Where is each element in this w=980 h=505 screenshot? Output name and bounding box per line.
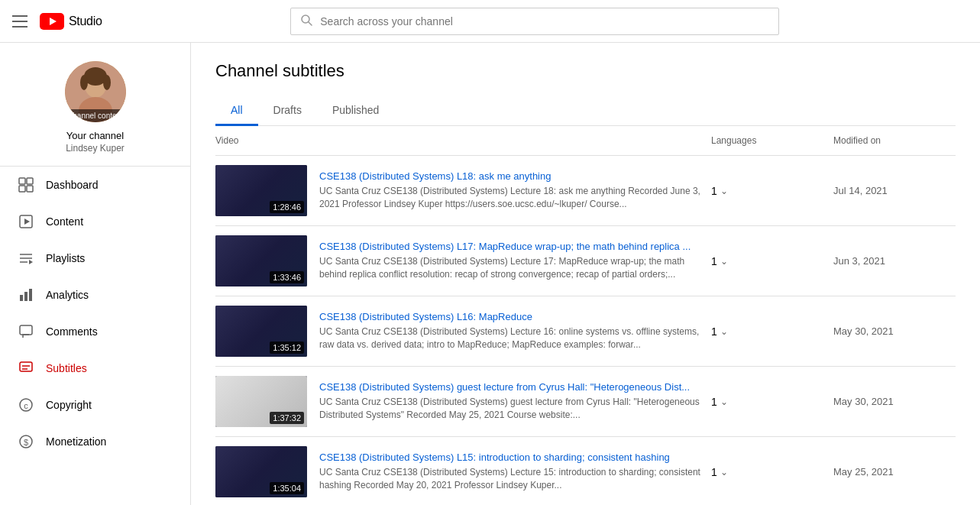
table-body: 1:28:46 CSE138 (Distributed Systems) L18… [215, 156, 956, 505]
video-desc-0: UC Santa Cruz CSE138 (Distributed System… [319, 185, 711, 211]
svg-line-3 [309, 22, 312, 25]
thumb-duration-2: 1:35:12 [270, 342, 304, 354]
subtitles-icon [18, 361, 34, 376]
lang-dropdown-3[interactable]: 1 ⌄ [711, 396, 728, 408]
sidebar-item-content[interactable]: Content [0, 203, 190, 240]
video-info-1: CSE138 (Distributed Systems) L17: MapRed… [319, 241, 711, 281]
thumb-duration-1: 1:33:46 [270, 271, 304, 283]
modified-cell-4: May 25, 2021 [833, 466, 956, 477]
col-header-languages: Languages [711, 135, 833, 146]
svg-point-9 [80, 75, 88, 90]
video-desc-3: UC Santa Cruz CSE138 (Distributed System… [319, 396, 711, 422]
lang-dropdown-4[interactable]: 1 ⌄ [711, 466, 728, 478]
thumb-duration-0: 1:28:46 [270, 201, 304, 213]
page-title: Channel subtitles [215, 61, 956, 81]
sidebar-item-content-label: Content [46, 215, 83, 228]
tab-drafts[interactable]: Drafts [258, 96, 317, 126]
lang-count-4: 1 [711, 466, 717, 478]
channel-content-badge: Channel content [65, 109, 126, 122]
sidebar-item-dashboard-label: Dashboard [46, 179, 99, 191]
video-cell: 1:35:12 CSE138 (Distributed Systems) L16… [215, 306, 711, 357]
sidebar-item-analytics-label: Analytics [46, 289, 89, 301]
sidebar-item-comments-label: Comments [46, 325, 98, 338]
channel-name: Your channel [66, 130, 124, 141]
sidebar-item-playlists[interactable]: Playlists [0, 240, 190, 277]
svg-point-10 [103, 75, 111, 90]
top-header: Studio [0, 0, 980, 43]
sidebar-item-playlists-label: Playlists [46, 252, 85, 264]
sidebar-item-analytics[interactable]: Analytics [0, 277, 190, 313]
analytics-icon [18, 287, 34, 303]
hamburger-menu[interactable] [12, 15, 27, 28]
sidebar-item-monetization[interactable]: $ Monetization [0, 423, 190, 460]
video-info-3: CSE138 (Distributed Systems) guest lectu… [319, 381, 711, 422]
lang-dropdown-2[interactable]: 1 ⌄ [711, 325, 728, 338]
video-cell: 1:33:46 CSE138 (Distributed Systems) L17… [215, 235, 711, 286]
search-bar[interactable] [290, 8, 779, 35]
modified-cell-0: Jul 14, 2021 [833, 185, 956, 196]
video-desc-4: UC Santa Cruz CSE138 (Distributed System… [319, 466, 711, 492]
lang-cell-0: 1 ⌄ [711, 185, 833, 197]
table-row[interactable]: 1:35:04 CSE138 (Distributed Systems) L15… [215, 437, 956, 505]
video-title-3: CSE138 (Distributed Systems) guest lectu… [319, 381, 711, 393]
video-title-2: CSE138 (Distributed Systems) L16: MapRed… [319, 311, 711, 322]
chevron-down-icon: ⌄ [720, 397, 728, 407]
channel-profile: Channel content Your channel Lindsey Kup… [0, 43, 190, 167]
lang-cell-1: 1 ⌄ [711, 255, 833, 267]
comments-icon [18, 324, 34, 339]
sidebar-item-subtitles[interactable]: Subtitles [0, 350, 190, 387]
tab-all[interactable]: All [215, 96, 258, 126]
youtube-logo-icon [40, 13, 64, 30]
table-row[interactable]: 1:33:46 CSE138 (Distributed Systems) L17… [215, 226, 956, 296]
svg-text:c: c [24, 401, 28, 410]
sidebar-nav: Dashboard Content Playlists Analytics [0, 167, 190, 460]
sidebar-item-comments[interactable]: Comments [0, 313, 190, 350]
modified-cell-1: Jun 3, 2021 [833, 255, 956, 267]
copyright-icon: c [18, 397, 34, 413]
table-row[interactable]: 1:35:12 CSE138 (Distributed Systems) L16… [215, 296, 956, 367]
search-icon [300, 14, 312, 28]
sidebar-item-dashboard[interactable]: Dashboard [0, 167, 190, 203]
header-left: Studio [12, 13, 102, 30]
lang-cell-4: 1 ⌄ [711, 466, 833, 478]
table-row[interactable]: 1:28:46 CSE138 (Distributed Systems) L18… [215, 156, 956, 226]
search-input[interactable] [320, 15, 769, 28]
svg-rect-13 [19, 186, 25, 192]
lang-count-2: 1 [711, 325, 717, 338]
video-info-0: CSE138 (Distributed Systems) L18: ask me… [319, 170, 711, 211]
sidebar-item-copyright[interactable]: c Copyright [0, 387, 190, 423]
svg-rect-12 [27, 178, 33, 184]
modified-cell-3: May 30, 2021 [833, 396, 956, 407]
lang-cell-2: 1 ⌄ [711, 325, 833, 338]
table-row[interactable]: 1:37:32 CSE138 (Distributed Systems) gue… [215, 367, 956, 437]
video-title-4: CSE138 (Distributed Systems) L15: introd… [319, 452, 711, 463]
sidebar-item-copyright-label: Copyright [46, 399, 92, 411]
tabs-container: All Drafts Published [215, 96, 956, 126]
chevron-down-icon: ⌄ [720, 186, 728, 196]
sidebar: Channel content Your channel Lindsey Kup… [0, 43, 191, 505]
video-thumbnail: 1:35:12 [215, 306, 307, 357]
tab-published[interactable]: Published [317, 96, 395, 126]
app-layout: Channel content Your channel Lindsey Kup… [0, 43, 980, 505]
sidebar-item-subtitles-label: Subtitles [46, 362, 87, 374]
svg-rect-23 [29, 289, 32, 301]
thumb-duration-3: 1:37:32 [270, 412, 304, 424]
chevron-down-icon: ⌄ [720, 256, 728, 267]
svg-rect-24 [20, 325, 32, 335]
svg-rect-22 [24, 292, 27, 301]
avatar[interactable]: Channel content [65, 61, 126, 122]
video-cell: 1:35:04 CSE138 (Distributed Systems) L15… [215, 446, 711, 497]
video-cell: 1:28:46 CSE138 (Distributed Systems) L18… [215, 165, 711, 216]
lang-dropdown-0[interactable]: 1 ⌄ [711, 185, 728, 197]
lang-dropdown-1[interactable]: 1 ⌄ [711, 255, 728, 267]
sidebar-item-monetization-label: Monetization [46, 435, 106, 448]
col-header-modified: Modified on [833, 135, 956, 146]
content-icon [18, 214, 34, 229]
playlists-icon [18, 251, 34, 266]
video-thumbnail: 1:33:46 [215, 235, 307, 286]
svg-marker-20 [29, 260, 33, 264]
monetization-icon: $ [18, 434, 34, 449]
logo-area: Studio [40, 13, 102, 30]
video-thumbnail: 1:37:32 [215, 376, 307, 427]
video-title-1: CSE138 (Distributed Systems) L17: MapRed… [319, 241, 711, 252]
